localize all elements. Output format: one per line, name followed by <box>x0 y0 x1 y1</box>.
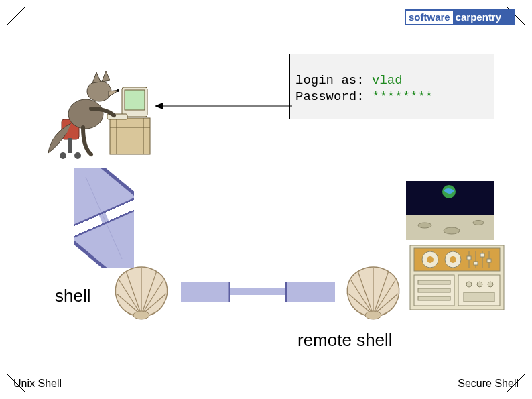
local-shell-icon <box>111 264 172 321</box>
svg-point-70 <box>488 282 493 287</box>
svg-rect-59 <box>467 256 471 260</box>
svg-point-19 <box>117 89 119 92</box>
shell-label: shell <box>55 286 90 306</box>
svg-rect-3 <box>110 118 150 154</box>
svg-rect-60 <box>474 262 478 265</box>
arrow-to-user-icon <box>155 102 292 110</box>
svg-marker-16 <box>92 72 101 83</box>
svg-rect-62 <box>487 259 491 262</box>
software-carpentry-logo: software carpentry <box>405 9 515 25</box>
svg-point-15 <box>87 81 111 101</box>
svg-point-46 <box>418 223 431 228</box>
logo-word-1: software <box>406 11 453 24</box>
wolf-at-computer-icon <box>44 60 158 162</box>
svg-point-47 <box>444 227 460 234</box>
logo-word-2: carpentry <box>453 11 513 24</box>
password-prompt-value: ******** <box>372 89 433 104</box>
terminal-box: login as: vlad Password: ******** <box>289 54 494 119</box>
svg-rect-71 <box>464 292 494 302</box>
svg-line-23 <box>86 177 122 259</box>
svg-point-54 <box>450 256 456 263</box>
double-arrow-shell-to-shell-icon <box>181 282 335 302</box>
remote-shell-label: remote shell <box>297 330 393 351</box>
footer-right-text: Secure Shell <box>458 378 519 390</box>
svg-rect-11 <box>68 138 72 153</box>
remote-shell-icon <box>343 264 403 321</box>
footer-left-text: Unix Shell <box>13 378 62 390</box>
remote-server-icon <box>405 181 509 315</box>
svg-rect-67 <box>418 296 450 300</box>
svg-point-13 <box>74 152 81 159</box>
svg-rect-61 <box>480 253 484 257</box>
login-prompt-value: vlad <box>372 73 403 88</box>
svg-point-68 <box>466 282 472 287</box>
svg-point-48 <box>473 221 484 225</box>
svg-point-42 <box>365 311 381 319</box>
svg-marker-17 <box>102 71 110 82</box>
password-prompt-label: Password: <box>295 89 372 104</box>
svg-point-52 <box>427 256 434 263</box>
svg-point-31 <box>133 311 149 319</box>
double-arrow-user-to-shell-icon <box>74 168 134 268</box>
login-prompt-label: login as: <box>295 73 372 88</box>
svg-rect-65 <box>418 280 450 284</box>
svg-point-12 <box>60 152 66 159</box>
svg-rect-8 <box>125 90 145 110</box>
svg-rect-66 <box>418 288 450 292</box>
svg-point-14 <box>68 99 103 129</box>
svg-point-69 <box>477 282 482 287</box>
